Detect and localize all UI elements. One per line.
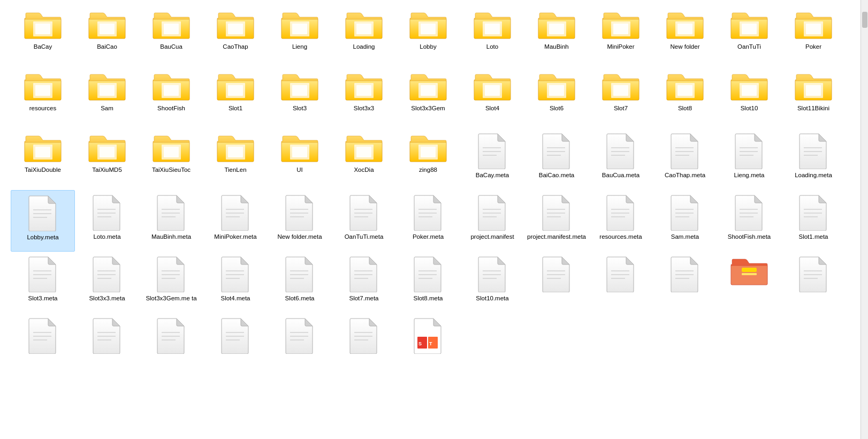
file-item[interactable]: BauCua	[139, 5, 203, 67]
file-item[interactable]: MauBinh.meta	[139, 190, 203, 252]
file-item[interactable]: MiniPoker	[589, 5, 653, 67]
file-item[interactable]: Slot10.meta	[460, 252, 524, 313]
file-item[interactable]: CaoThap.meta	[653, 128, 717, 190]
file-item[interactable]: Lobby	[396, 5, 460, 67]
file-item[interactable]: BaiCao.meta	[524, 128, 589, 190]
file-item[interactable]	[268, 313, 332, 375]
file-item[interactable]: TaiXiuDouble	[11, 128, 75, 190]
file-item[interactable]: Slot3	[268, 67, 332, 128]
file-item[interactable]	[139, 313, 203, 375]
file-label: Loading	[353, 43, 375, 51]
file-item[interactable]	[717, 252, 781, 313]
file-icon	[606, 256, 636, 292]
file-item[interactable]: ShootFish	[139, 67, 203, 128]
file-item[interactable]: resources	[11, 67, 75, 128]
file-item[interactable]: OanTuTi.meta	[332, 190, 396, 252]
file-label: Poker.meta	[413, 233, 444, 241]
folder-icon	[537, 71, 576, 102]
file-item[interactable]: Loading.meta	[781, 128, 846, 190]
file-item[interactable]: New folder	[653, 5, 717, 67]
file-icon	[349, 317, 379, 354]
file-item[interactable]: ShootFish.meta	[717, 190, 781, 252]
file-item[interactable]: CaoThap	[203, 5, 268, 67]
file-item[interactable]	[653, 252, 717, 313]
file-item[interactable]: Slot7.meta	[332, 252, 396, 313]
file-item[interactable]	[589, 252, 653, 313]
file-item[interactable]: UI	[268, 128, 332, 190]
file-item[interactable]: Slot6	[524, 67, 589, 128]
file-item[interactable]: Slot10	[717, 67, 781, 128]
file-label: Lieng	[292, 43, 307, 51]
file-special-icon: S T	[413, 317, 443, 354]
folder-icon	[345, 71, 383, 102]
file-label: MiniPoker	[607, 43, 634, 51]
file-item[interactable]: Lieng.meta	[717, 128, 781, 190]
file-icon	[413, 194, 443, 231]
file-icon	[542, 256, 572, 292]
file-item[interactable]: Sam	[75, 67, 139, 128]
file-item[interactable]: Lieng	[268, 5, 332, 67]
file-item[interactable]: BauCua.meta	[589, 128, 653, 190]
file-item[interactable]: Sam.meta	[653, 190, 717, 252]
file-item[interactable]: TaiXiuSieuToc	[139, 128, 203, 190]
file-item[interactable]	[75, 313, 139, 375]
svg-rect-57	[164, 147, 179, 157]
file-item[interactable]: Loto	[460, 5, 524, 67]
folder-icon	[473, 10, 512, 41]
scrollbar[interactable]	[861, 0, 868, 439]
svg-rect-35	[292, 85, 307, 96]
file-item[interactable]: Poker	[781, 5, 846, 67]
file-label: Poker	[805, 43, 821, 51]
file-label: New folder.meta	[277, 233, 322, 241]
file-item[interactable]	[11, 313, 75, 375]
file-item[interactable]: Loading	[332, 5, 396, 67]
file-item[interactable]: Slot3x3.meta	[75, 252, 139, 313]
file-item[interactable]: resources.meta	[589, 190, 653, 252]
file-item[interactable]: Slot3x3Gem	[396, 67, 460, 128]
file-item[interactable]	[781, 252, 846, 313]
file-item[interactable]: OanTuTi	[717, 5, 781, 67]
file-item[interactable]: Slot11Bikini	[781, 67, 846, 128]
file-item[interactable]: Slot6.meta	[268, 252, 332, 313]
file-item[interactable]: Slot1	[203, 67, 268, 128]
scrollbar-thumb[interactable]	[862, 12, 867, 28]
file-item[interactable]	[332, 313, 396, 375]
file-item[interactable]: Slot3x3Gem.me ta	[139, 252, 203, 313]
file-item[interactable]: Slot7	[589, 67, 653, 128]
file-item[interactable]: Slot4	[460, 67, 524, 128]
file-item[interactable]: Poker.meta	[396, 190, 460, 252]
file-icon	[349, 256, 379, 292]
file-label: Slot6	[550, 104, 564, 112]
svg-rect-59	[228, 147, 243, 157]
file-item[interactable]: Slot1.meta	[781, 190, 846, 252]
file-item[interactable]: Slot3.meta	[11, 252, 75, 313]
file-label: MauBinh	[544, 43, 568, 51]
file-item[interactable]	[203, 313, 268, 375]
file-item[interactable]: S T	[396, 313, 460, 375]
file-item[interactable]: BaCay	[11, 5, 75, 67]
file-icon	[92, 256, 122, 292]
file-label: TienLen	[224, 166, 246, 174]
file-item[interactable]	[524, 252, 589, 313]
file-icon	[285, 194, 315, 231]
file-item[interactable]: Slot4.meta	[203, 252, 268, 313]
file-item[interactable]: TaiXiuMD5	[75, 128, 139, 190]
file-item[interactable]: TienLen	[203, 128, 268, 190]
file-item[interactable]: project.manifest	[460, 190, 524, 252]
file-item[interactable]: MiniPoker.meta	[203, 190, 268, 252]
file-item[interactable]: project.manifest.meta	[524, 190, 589, 252]
file-item[interactable]: Lobby.meta	[11, 190, 75, 252]
file-item[interactable]: zing88	[396, 128, 460, 190]
file-item[interactable]: Slot8	[653, 67, 717, 128]
file-label: Loto	[486, 43, 498, 51]
file-item[interactable]: New folder.meta	[268, 190, 332, 252]
file-item[interactable]: BaiCao	[75, 5, 139, 67]
file-item[interactable]: Slot3x3	[332, 67, 396, 128]
file-item[interactable]: Slot8.meta	[396, 252, 460, 313]
file-item[interactable]: MauBinh	[524, 5, 589, 67]
file-item[interactable]: Loto.meta	[75, 190, 139, 252]
file-item[interactable]: BaCay.meta	[460, 128, 524, 190]
file-icon	[670, 194, 700, 231]
file-item[interactable]: XocDia	[332, 128, 396, 190]
file-label: Slot3x3	[354, 104, 374, 112]
